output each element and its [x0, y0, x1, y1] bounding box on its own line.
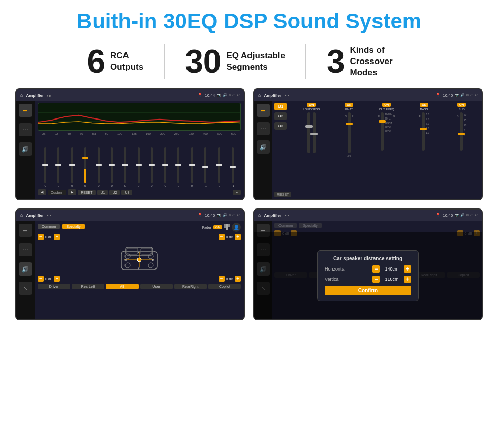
eq-slider-11: 0	[191, 147, 193, 187]
u3-select-btn[interactable]: U3	[274, 122, 287, 130]
fader-content: Common Specialty Fader ON 👤	[35, 221, 244, 319]
dialog-vertical-row: Vertical − 110cm +	[325, 276, 411, 283]
db-plus-rr[interactable]: +	[235, 276, 241, 282]
freq-labels: 253240506380100125160200250320400500630	[38, 132, 241, 135]
eq-next-btn[interactable]: ▶	[68, 189, 76, 195]
phat-label: PHAT	[345, 108, 353, 111]
btn-rear-left[interactable]: RearLeft	[72, 284, 104, 289]
fader-on-toggle[interactable]: ON	[213, 225, 222, 229]
btn-user[interactable]: User	[140, 284, 173, 289]
db-minus-fr[interactable]: −	[219, 234, 225, 240]
eq-wave-icon[interactable]: 〰	[19, 123, 32, 136]
vertical-plus-btn[interactable]: +	[404, 276, 411, 283]
crossover-content: U1 U2 U3 RESET ON LOUDNESS	[272, 101, 482, 199]
phat-section: ON PHAT G F 3.0	[331, 103, 367, 197]
location-icon-2: 📍	[435, 93, 441, 98]
stat-eq-number: 30	[185, 45, 221, 78]
fader-footer-btns: Driver RearLeft All User RearRight Copil…	[38, 284, 241, 289]
phat-on-badge[interactable]: ON	[345, 103, 353, 107]
eq-u3-btn[interactable]: U3	[121, 190, 132, 195]
svg-point-12	[125, 263, 130, 268]
u2-select-btn[interactable]: U2	[274, 112, 287, 120]
home-icon-4: ⌂	[258, 213, 261, 218]
horizontal-minus-btn[interactable]: −	[372, 265, 380, 273]
db-plus-rl[interactable]: +	[54, 276, 60, 282]
eq-slider-7: 0	[138, 147, 140, 187]
eq-prev-btn[interactable]: ◀	[38, 189, 46, 195]
fader-filter-icon[interactable]: ⚌	[19, 224, 32, 237]
db-minus-fl[interactable]: −	[38, 234, 44, 240]
db-minus-rl[interactable]: −	[38, 276, 44, 282]
cross-speaker-icon[interactable]: 🔊	[257, 140, 270, 154]
app-name-1: Amplifier	[26, 93, 44, 98]
sub-on-badge[interactable]: ON	[457, 103, 466, 107]
db-plus-fl[interactable]: +	[54, 234, 60, 240]
app-name-3: Amplifier	[26, 213, 44, 218]
db-plus-fr[interactable]: +	[235, 234, 241, 240]
u-buttons-group: U1 U2 U3 RESET	[274, 103, 291, 197]
eq-side-panel: ⚌ 〰 🔊	[16, 101, 35, 199]
status-dots-2: ■ ●	[285, 94, 289, 97]
db-control-rl: − 0 dB +	[38, 276, 60, 282]
eq-slider-14: -1	[232, 147, 234, 187]
loudness-on-badge[interactable]: ON	[307, 103, 316, 107]
stat-eq-label: EQ AdjustableSegments	[226, 50, 285, 73]
dialog-vertical-label: Vertical	[325, 277, 353, 282]
eq-u1-btn[interactable]: U1	[97, 190, 108, 195]
svg-text:◀: ◀	[124, 258, 127, 261]
btn-driver[interactable]: Driver	[38, 284, 70, 289]
eq-filter-icon[interactable]: ⚌	[19, 104, 32, 117]
tab-specialty[interactable]: Specialty	[62, 224, 84, 229]
stats-row: 6 RCAOutputs 30 EQ AdjustableSegments 3 …	[0, 39, 498, 84]
eq-reset-btn[interactable]: RESET	[78, 190, 96, 195]
dialog-tab-common: Common	[274, 223, 297, 228]
stat-rca-number: 6	[87, 45, 105, 78]
eq-slider-2: 0	[71, 147, 73, 187]
fader-expand-icon[interactable]: ⤡	[19, 282, 32, 295]
home-icon-3: ⌂	[20, 213, 23, 218]
sub-section: ON SUB G 20 15 10 5 0	[444, 103, 480, 197]
eq-speaker-icon[interactable]: 🔊	[19, 142, 32, 156]
bass-on-badge[interactable]: ON	[420, 103, 428, 107]
fader-avatar-icon[interactable]: 👤	[232, 223, 241, 232]
cutfreq-on-badge[interactable]: ON	[382, 103, 391, 107]
confirm-button[interactable]: Confirm	[325, 286, 411, 295]
time-3: 10:46	[205, 213, 215, 218]
stat-crossover: 3 Kinds ofCrossover Modes	[306, 45, 431, 78]
time-1: 10:44	[205, 93, 215, 98]
db-control-fl: − 0 dB +	[38, 234, 60, 240]
eq-slider-12: -1	[204, 147, 207, 187]
horizontal-plus-btn[interactable]: +	[404, 265, 411, 273]
status-icons-3: 📷 🔊 ✕ ▭ ↩	[217, 213, 240, 217]
cutfreq-section: ON CUT FREQ F 100Hz 90Hz 80kHz 70Hz	[368, 103, 404, 197]
db-minus-rr[interactable]: −	[219, 276, 225, 282]
screen-fader: ⌂ Amplifier ■ ● 📍 10:46 📷 🔊 ✕ ▭ ↩ ⚌ 〰 🔊 …	[15, 208, 245, 320]
home-icon-1: ⌂	[20, 93, 23, 98]
app-name-2: Amplifier	[264, 93, 282, 98]
cross-wave-icon[interactable]: 〰	[257, 122, 270, 135]
eq-slider-6: 0	[124, 147, 126, 187]
vertical-minus-btn[interactable]: −	[372, 276, 380, 283]
crossover-reset-btn[interactable]: RESET	[274, 192, 291, 197]
u1-select-btn[interactable]: U1	[274, 103, 287, 110]
stat-rca: 6 RCAOutputs	[67, 45, 164, 78]
db-value-rl: 0 dB	[45, 277, 52, 281]
cross-filter-icon[interactable]: ⚌	[257, 104, 270, 117]
eq-u2-btn[interactable]: U2	[109, 190, 120, 195]
btn-copilot[interactable]: Copilot	[208, 284, 241, 289]
svg-text:▲: ▲	[137, 251, 140, 254]
fader-speaker-icon[interactable]: 🔊	[19, 262, 32, 276]
status-bar-1: ⌂ Amplifier ● ▶ 📍 10:44 📷 🔊 ✕ ▭ ↩	[16, 89, 244, 101]
btn-all[interactable]: All	[106, 284, 138, 289]
eq-forward-btn[interactable]: »	[233, 190, 241, 195]
page-title: Buith-in 30EQ DSP Sound System	[0, 0, 498, 39]
status-icons-1: 📷 🔊 ✕ ▭ ↩	[217, 93, 240, 97]
location-icon-4: 📍	[435, 213, 441, 218]
eq-main-area: ⚌ 〰 🔊	[16, 101, 244, 199]
status-dots-3: ■ ●	[47, 214, 51, 217]
fader-wave-icon[interactable]: 〰	[19, 243, 32, 256]
tab-common[interactable]: Common	[38, 224, 60, 229]
btn-rear-right[interactable]: RearRight	[174, 284, 207, 289]
time-4: 10:46	[443, 213, 453, 218]
eq-slider-9: 0	[164, 147, 166, 187]
